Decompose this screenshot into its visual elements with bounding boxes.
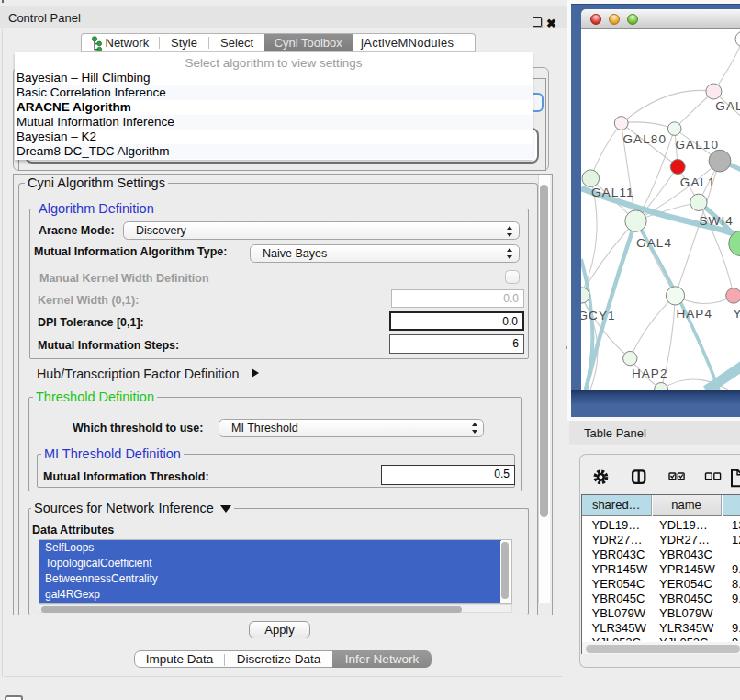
svg-text:GAL11: GAL11 (591, 186, 634, 199)
svg-text:SWI4: SWI4 (700, 214, 734, 228)
svg-text:HAP4: HAP4 (676, 307, 712, 321)
svg-text:GAL1: GAL1 (680, 175, 716, 189)
svg-text:GAL2: GAL2 (715, 98, 740, 112)
svg-text:HAP2: HAP2 (632, 367, 668, 380)
svg-text:GAL4: GAL4 (636, 236, 672, 250)
svg-text:GAL10: GAL10 (676, 138, 720, 152)
svg-text:GCY1: GCY1 (581, 309, 616, 322)
svg-text:Y: Y (734, 307, 740, 321)
svg-text:GAL80: GAL80 (623, 131, 667, 145)
